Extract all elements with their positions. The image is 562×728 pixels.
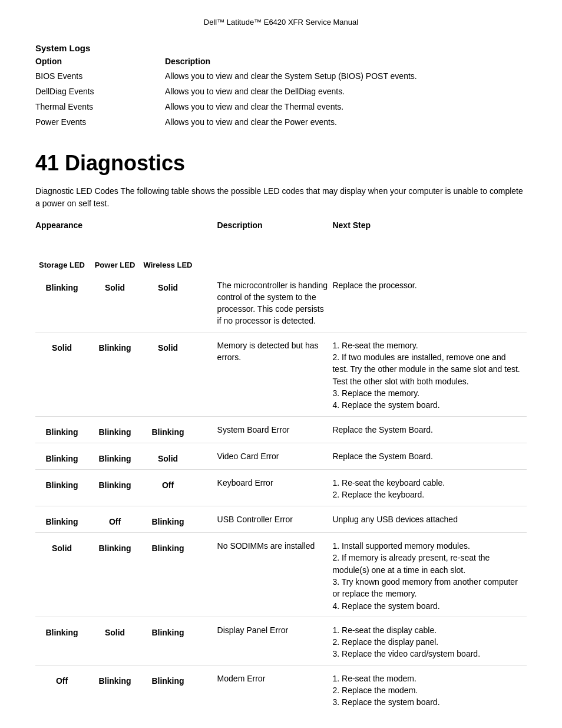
diag-next-step: 1. Install supported memory modules.2. I… [332, 533, 527, 617]
wireless-led-state: Blinking [141, 624, 194, 638]
header-title: Dell™ Latitude™ E6420 XFR Service Manual [204, 18, 358, 27]
diagnostics-intro: Diagnostic LED Codes The following table… [35, 185, 527, 210]
storage-led-state: Blinking [35, 624, 88, 638]
sl-option: BIOS Events [35, 68, 165, 84]
page-header: Dell™ Latitude™ E6420 XFR Service Manual [35, 18, 527, 27]
diag-next-step: 1. Re-seat the memory.2. If two modules … [332, 332, 527, 416]
storage-led-state: Blinking [35, 450, 88, 465]
sl-row: Power EventsAllows you to view and clear… [35, 114, 527, 130]
diag-description: Video Card Error [217, 443, 333, 469]
system-logs-title: System Logs [35, 43, 527, 53]
diag-appearance-cell: BlinkingBlinkingSolid [35, 443, 217, 469]
diag-next-step: Replace the System Board. [332, 443, 527, 469]
power-led-state: Blinking [88, 424, 141, 438]
storage-led-state: Blinking [35, 513, 88, 528]
diag-appearance-cell: BlinkingOffBlinking [35, 506, 217, 532]
wireless-led-state: Solid [141, 340, 194, 354]
storage-led-state: Blinking [35, 477, 88, 491]
diag-description: No SODIMMs are installed [217, 533, 333, 617]
sl-description: Allows you to view and clear the DellDia… [165, 84, 527, 99]
wireless-led-state: Blinking [141, 424, 194, 438]
power-led-label: Power LED [95, 261, 135, 270]
diag-row: SolidBlinkingSolidMemory is detected but… [35, 332, 527, 416]
sl-option: Power Events [35, 114, 165, 130]
storage-led-state: Blinking [35, 424, 88, 438]
diag-row: BlinkingOffBlinkingUSB Controller ErrorU… [35, 506, 527, 532]
diag-description: Display Panel Error [217, 617, 333, 665]
wireless-led-label: Wireless LED [144, 261, 193, 270]
sl-col-option: Option [35, 55, 165, 68]
sl-col-description: Description [165, 55, 527, 68]
power-led-state: Blinking [88, 477, 141, 491]
diag-next-step: 1. Re-seat the display cable.2. Replace … [332, 617, 527, 665]
diag-next-step: 1. Re-seat the keyboard cable.2. Replace… [332, 470, 527, 506]
storage-led-state: Solid [35, 340, 88, 354]
diag-row: BlinkingBlinkingSolidVideo Card ErrorRep… [35, 443, 527, 469]
storage-led-state: Off [35, 673, 88, 687]
sl-description: Allows you to view and clear the System … [165, 68, 527, 84]
sl-option: Thermal Events [35, 99, 165, 114]
diag-next-step: Replace the processor. [332, 275, 527, 332]
diag-description: Modem Error [217, 665, 333, 713]
diag-appearance-cell: OffBlinkingBlinking [35, 665, 217, 713]
storage-led-item: Storage LED [35, 237, 88, 270]
led-icons-cell: Storage LED [35, 232, 217, 275]
power-led-state: Blinking [88, 340, 141, 354]
diag-row: BlinkingBlinkingBlinkingSystem Board Err… [35, 416, 527, 443]
storage-led-state: Blinking [35, 279, 88, 294]
col-next-step-header: Next Step [332, 218, 527, 232]
diag-description: System Board Error [217, 416, 333, 443]
system-logs-section: System Logs Option Description BIOS Even… [35, 43, 527, 130]
diag-appearance-cell: BlinkingSolidBlinking [35, 617, 217, 665]
diag-appearance-cell: BlinkingSolidSolid [35, 275, 217, 332]
diag-description: Memory is detected but has errors. [217, 332, 333, 416]
col-description-header: Description [217, 218, 333, 232]
system-logs-table: Option Description BIOS EventsAllows you… [35, 55, 527, 130]
diag-next-step: Unplug any USB devices attached [332, 506, 527, 532]
power-led-state: Blinking [88, 540, 141, 554]
diagnostics-table: Appearance Description Next Step [35, 218, 527, 713]
wireless-led-state: Solid [141, 279, 194, 294]
wireless-led-state: Blinking [141, 540, 194, 554]
diag-description: Keyboard Error [217, 470, 333, 506]
power-led-state: Blinking [88, 450, 141, 465]
diag-appearance-cell: SolidBlinkingSolid [35, 332, 217, 416]
wireless-led-state: Blinking [141, 513, 194, 528]
storage-led-state: Solid [35, 540, 88, 554]
sl-option: DellDiag Events [35, 84, 165, 99]
diag-row: SolidBlinkingBlinkingNo SODIMMs are inst… [35, 533, 527, 617]
diag-row: BlinkingSolidBlinkingDisplay Panel Error… [35, 617, 527, 665]
led-icons-row: Storage LED [35, 232, 527, 275]
diagnostics-heading: 41 Diagnostics [35, 151, 527, 176]
diag-next-step: Replace the System Board. [332, 416, 527, 443]
wireless-led-state: Blinking [141, 673, 194, 687]
diag-description: USB Controller Error [217, 506, 333, 532]
diag-appearance-cell: BlinkingBlinkingBlinking [35, 416, 217, 443]
col-appearance-header: Appearance [35, 218, 217, 232]
wireless-led-state: Solid [141, 450, 194, 465]
diag-next-step: 1. Re-seat the modem.2. Replace the mode… [332, 665, 527, 713]
diag-description: The microcontroller is handing control o… [217, 275, 333, 332]
power-led-state: Off [88, 513, 141, 528]
wireless-led-state: Off [141, 477, 194, 491]
diag-row: BlinkingSolidSolidThe microcontroller is… [35, 275, 527, 332]
diagnostics-section: 41 Diagnostics Diagnostic LED Codes The … [35, 151, 527, 713]
power-led-state: Blinking [88, 673, 141, 687]
power-led-item: Power LED [88, 237, 141, 270]
sl-description: Allows you to view and clear the Power e… [165, 114, 527, 130]
sl-row: BIOS EventsAllows you to view and clear … [35, 68, 527, 84]
sl-row: Thermal EventsAllows you to view and cle… [35, 99, 527, 114]
sl-row: DellDiag EventsAllows you to view and cl… [35, 84, 527, 99]
sl-description: Allows you to view and clear the Thermal… [165, 99, 527, 114]
diag-row: OffBlinkingBlinkingModem Error1. Re-seat… [35, 665, 527, 713]
diag-appearance-cell: BlinkingBlinkingOff [35, 470, 217, 506]
wireless-led-item: Wireless LED [141, 237, 194, 270]
diag-appearance-cell: SolidBlinkingBlinking [35, 533, 217, 617]
storage-led-label: Storage LED [39, 261, 85, 270]
diag-row: BlinkingBlinkingOffKeyboard Error1. Re-s… [35, 470, 527, 506]
power-led-state: Solid [88, 279, 141, 294]
power-led-state: Solid [88, 624, 141, 638]
